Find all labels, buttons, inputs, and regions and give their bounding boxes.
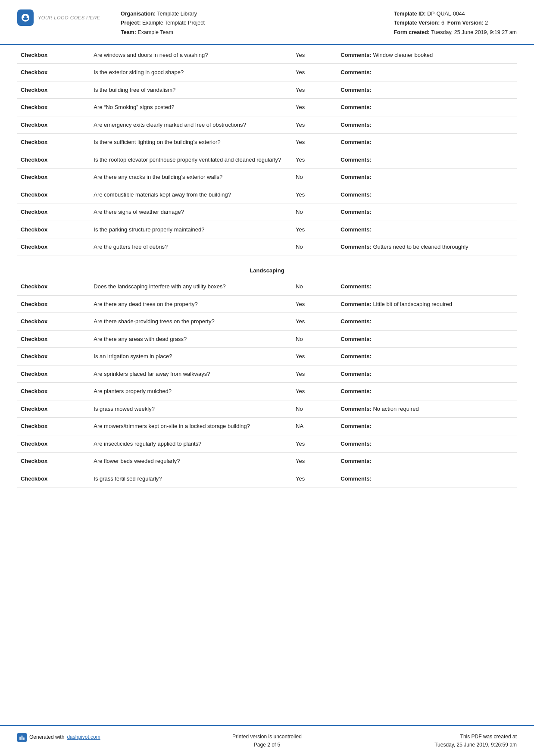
comments-label: Comments: [340,458,372,464]
row-comments: Comments: [337,186,517,203]
section-header-row: Landscaping [17,256,517,278]
table-row: CheckboxDoes the landscaping interfere w… [17,278,517,295]
row-type: Checkbox [17,186,90,203]
row-type: Checkbox [17,81,90,99]
table-row: CheckboxAre sprinklers placed far away f… [17,365,517,383]
row-type: Checkbox [17,238,90,256]
table-row: CheckboxAre there signs of weather damag… [17,203,517,221]
org-line: Organisation: Template Library [121,9,394,19]
row-type: Checkbox [17,313,90,331]
row-type: Checkbox [17,99,90,116]
row-type: Checkbox [17,453,90,470]
table-row: CheckboxAre insecticides regularly appli… [17,435,517,453]
row-question: Are insecticides regularly applied to pl… [90,435,292,453]
row-comments: Comments: [337,330,517,348]
comments-label: Comments: [340,423,372,429]
row-answer: Yes [292,134,337,151]
comments-label: Comments: [340,318,372,325]
row-question: Does the landscaping interfere with any … [90,278,292,295]
table-row: CheckboxAre windows and doors in need of… [17,45,517,64]
row-question: Are windows and doors in need of a washi… [90,45,292,64]
row-answer: Yes [292,81,337,99]
form-created-line: Form created: Tuesday, 25 June 2019, 9:1… [394,28,517,37]
row-question: Are planters properly mulched? [90,383,292,400]
row-answer: Yes [292,116,337,134]
row-question: Is grass mowed weekly? [90,400,292,418]
table-row: CheckboxIs the exterior siding in good s… [17,64,517,81]
row-type: Checkbox [17,45,90,64]
row-answer: No [292,278,337,295]
footer-right: This PDF was created at Tuesday, 25 June… [350,733,517,749]
footer-left: Generated with dashpivot.com [17,733,184,742]
row-question: Are there any cracks in the building’s e… [90,169,292,186]
row-comments: Comments: [337,203,517,221]
comments-label: Comments: [340,69,372,75]
row-type: Checkbox [17,221,90,238]
comments-label: Comments: [340,475,372,482]
row-answer: No [292,330,337,348]
table-row: CheckboxAre there any dead trees on the … [17,295,517,313]
section-title: Landscaping [17,256,517,278]
table-row: CheckboxAre the gutters free of debris?N… [17,238,517,256]
row-type: Checkbox [17,400,90,418]
row-answer: Yes [292,313,337,331]
row-type: Checkbox [17,435,90,453]
header-meta-right: Template ID: DP-QUAL-0044 Template Versi… [394,9,517,37]
footer-uncontrolled: Printed version is uncontrolled [184,733,350,741]
row-answer: Yes [292,221,337,238]
row-answer: Yes [292,64,337,81]
comments-label: Comments: [340,52,372,58]
row-type: Checkbox [17,203,90,221]
header-meta-left: Organisation: Template Library Project: … [121,9,394,37]
logo-text: YOUR LOGO GOES HERE [38,15,100,20]
table-row: CheckboxIs there sufficient lighting on … [17,134,517,151]
footer-link[interactable]: dashpivot.com [67,733,100,741]
row-question: Are mowers/trimmers kept on-site in a lo… [90,418,292,435]
row-type: Checkbox [17,64,90,81]
logo-area: YOUR LOGO GOES HERE [17,9,103,26]
comments-label: Comments: [340,301,372,307]
comments-label: Comments: [340,336,372,342]
row-answer: Yes [292,365,337,383]
table-row: CheckboxAre mowers/trimmers kept on-site… [17,418,517,435]
comments-label: Comments: [340,209,372,215]
row-comments: Comments: [337,313,517,331]
row-comments: Comments: [337,418,517,435]
row-question: Are flower beds weeded regularly? [90,453,292,470]
table-row: CheckboxIs an irrigation system in place… [17,348,517,366]
row-comments: Comments: Little bit of landscaping requ… [337,295,517,313]
team-line: Team: Example Team [121,28,394,37]
row-type: Checkbox [17,169,90,186]
row-question: Are the gutters free of debris? [90,238,292,256]
table-row: CheckboxAre planters properly mulched?Ye… [17,383,517,400]
footer-page: Page 2 of 5 [184,741,350,749]
table-row: CheckboxIs the building free of vandalis… [17,81,517,99]
row-question: Are there shade-providing trees on the p… [90,313,292,331]
row-answer: Yes [292,435,337,453]
row-question: Is the exterior siding in good shape? [90,64,292,81]
table-row: CheckboxAre there shade-providing trees … [17,313,517,331]
table-row: CheckboxIs the rooftop elevator penthous… [17,151,517,169]
row-type: Checkbox [17,348,90,366]
comments-label: Comments: [340,156,372,163]
footer-created-line2: Tuesday, 25 June 2019, 9:26:59 am [350,741,517,749]
row-question: Are “No Smoking” signs posted? [90,99,292,116]
row-question: Are there any dead trees on the property… [90,295,292,313]
comments-label: Comments: [340,371,372,377]
main-content: CheckboxAre windows and doors in need of… [0,45,534,725]
comments-label: Comments: [340,283,372,290]
logo-icon [17,9,34,26]
svg-rect-0 [19,737,21,740]
row-type: Checkbox [17,295,90,313]
row-question: Are combustible materials kept away from… [90,186,292,203]
row-question: Are there any areas with dead grass? [90,330,292,348]
row-type: Checkbox [17,418,90,435]
row-question: Is the rooftop elevator penthouse proper… [90,151,292,169]
page: YOUR LOGO GOES HERE Organisation: Templa… [0,0,534,756]
comments-label: Comments: [340,139,372,145]
table-row: CheckboxIs grass mowed weekly?NoComments… [17,400,517,418]
row-type: Checkbox [17,330,90,348]
footer-logo-icon [17,733,27,742]
comments-label: Comments: [340,122,372,128]
row-comments: Comments: [337,116,517,134]
